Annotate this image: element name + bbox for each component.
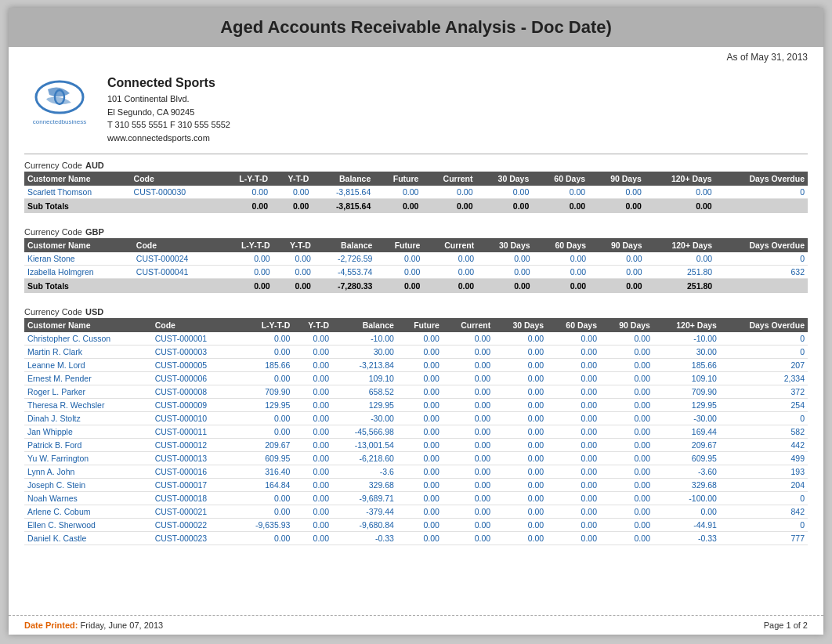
logo-container: connectedbusiness xyxy=(24,74,95,128)
table-cell: 129.95 xyxy=(332,399,397,412)
table-cell: 0.00 xyxy=(235,346,294,359)
table-cell: Christopher C. Cusson xyxy=(24,332,152,346)
table-cell: 0 xyxy=(715,252,808,266)
table-row: Patrick B. FordCUST-000012209.670.00-13,… xyxy=(24,439,808,452)
table-cell: Daniel K. Castle xyxy=(24,532,152,545)
table-cell: 30.00 xyxy=(653,346,720,359)
table-row: Kieran StoneCUST-0000240.000.00-2,726.59… xyxy=(24,252,808,266)
table-cell: 0.00 xyxy=(600,346,653,359)
header-bar: Aged Accounts Receivable Analysis - Doc … xyxy=(9,8,823,47)
divider xyxy=(24,154,808,154)
table-cell: 0.00 xyxy=(589,252,646,266)
table-cell: 0.00 xyxy=(273,266,314,279)
table-cell: 709.90 xyxy=(235,385,294,399)
table-cell: 0.00 xyxy=(600,439,653,452)
table-cell: 0.00 xyxy=(494,519,547,532)
table-cell: 0.00 xyxy=(293,452,332,465)
col-header: 30 Days xyxy=(476,172,533,186)
table-cell: -379.44 xyxy=(332,505,397,519)
subtotals-row: Sub Totals0.000.00-3,815.640.000.000.000… xyxy=(24,199,808,214)
table-cell: 0.00 xyxy=(397,385,443,399)
table-cell: 0.00 xyxy=(476,186,533,199)
col-header: Days Overdue xyxy=(715,238,808,252)
subtotal-cell: 0.00 xyxy=(534,279,590,294)
table-cell: -9,635.93 xyxy=(235,519,294,532)
table-cell: 0.00 xyxy=(547,519,600,532)
table-cell: 0.00 xyxy=(375,266,423,279)
table-cell: 316.40 xyxy=(235,465,294,479)
company-logo xyxy=(32,78,87,117)
col-header: Current xyxy=(423,238,477,252)
table-cell: 0.00 xyxy=(547,479,600,492)
col-header: Current xyxy=(443,318,494,332)
subtotal-cell: 0.00 xyxy=(375,279,423,294)
table-cell: 0.00 xyxy=(443,332,494,346)
data-table: Customer NameCodeL-Y-T-DY-T-DBalanceFutu… xyxy=(24,172,808,213)
table-cell: CUST-000006 xyxy=(152,372,235,385)
table-cell: CUST-000023 xyxy=(152,532,235,545)
table-cell: Scarlett Thomson xyxy=(24,186,131,199)
col-header: 30 Days xyxy=(477,238,534,252)
table-cell: 0.00 xyxy=(293,332,332,346)
table-cell: 0.00 xyxy=(534,252,590,266)
table-cell: 0.00 xyxy=(494,505,547,519)
report-content: Currency CodeAUDCustomer NameCodeL-Y-T-D… xyxy=(9,157,823,615)
col-header: Y-T-D xyxy=(273,238,314,252)
subtotal-cell: 0.00 xyxy=(221,279,273,294)
table-row: Jan WhippleCUST-0000110.000.00-45,566.98… xyxy=(24,425,808,439)
table-cell: Kieran Stone xyxy=(24,252,133,266)
table-cell: 0.00 xyxy=(443,479,494,492)
table-cell: -2,726.59 xyxy=(314,252,376,266)
table-cell: CUST-000018 xyxy=(152,492,235,505)
currency-section-usd: Currency CodeUSDCustomer NameCodeL-Y-T-D… xyxy=(24,307,808,545)
col-header: L-Y-T-D xyxy=(235,318,294,332)
table-cell: 0.00 xyxy=(600,519,653,532)
table-cell: Dinah J. Stoltz xyxy=(24,412,152,425)
table-cell: 0.00 xyxy=(219,186,271,199)
subtotal-cell: 0.00 xyxy=(271,199,312,214)
table-cell: 0 xyxy=(720,346,808,359)
table-cell: 0.00 xyxy=(293,412,332,425)
table-cell: 0.00 xyxy=(397,519,443,532)
table-cell: -30.00 xyxy=(332,412,397,425)
footer-date: Date Printed: Friday, June 07, 2013 xyxy=(24,620,163,630)
table-cell: 0.00 xyxy=(600,465,653,479)
table-cell: 0.00 xyxy=(547,465,600,479)
table-cell: -9,689.71 xyxy=(332,492,397,505)
table-cell: 0.00 xyxy=(547,412,600,425)
table-cell: 0.00 xyxy=(397,412,443,425)
table-cell: 329.68 xyxy=(653,479,720,492)
table-cell: 582 xyxy=(720,425,808,439)
table-cell: 0.00 xyxy=(600,332,653,346)
table-cell: 129.95 xyxy=(235,399,294,412)
table-cell: 0.00 xyxy=(547,492,600,505)
table-cell: 0.00 xyxy=(443,346,494,359)
col-header: Days Overdue xyxy=(715,172,808,186)
table-cell: 0.00 xyxy=(600,399,653,412)
table-cell: 0 xyxy=(715,186,808,199)
table-row: Izabella HolmgrenCUST-0000410.000.00-4,5… xyxy=(24,266,808,279)
currency-section-aud: Currency CodeAUDCustomer NameCodeL-Y-T-D… xyxy=(24,161,808,213)
table-cell: 0.00 xyxy=(443,465,494,479)
col-header: Days Overdue xyxy=(720,318,808,332)
subtotal-cell xyxy=(133,279,221,294)
subtotal-cell xyxy=(131,199,219,214)
table-cell: CUST-000003 xyxy=(152,346,235,359)
table-row: Joseph C. SteinCUST-000017164.840.00329.… xyxy=(24,479,808,492)
table-cell: 0.00 xyxy=(397,505,443,519)
table-cell: 0.00 xyxy=(547,505,600,519)
table-cell: 0.00 xyxy=(494,439,547,452)
currency-label: Currency CodeUSD xyxy=(24,307,808,317)
table-cell: Martin R. Clark xyxy=(24,346,152,359)
table-cell: -10.00 xyxy=(332,332,397,346)
table-cell: 0.00 xyxy=(494,385,547,399)
table-cell: 0.00 xyxy=(375,252,423,266)
col-header: Balance xyxy=(312,172,374,186)
col-header: Code xyxy=(133,238,221,252)
table-cell: 251.80 xyxy=(646,266,715,279)
table-cell: 329.68 xyxy=(332,479,397,492)
col-header: 60 Days xyxy=(532,172,588,186)
table-cell: 0.00 xyxy=(494,479,547,492)
table-cell: 0.00 xyxy=(494,372,547,385)
table-cell: -44.91 xyxy=(653,519,720,532)
